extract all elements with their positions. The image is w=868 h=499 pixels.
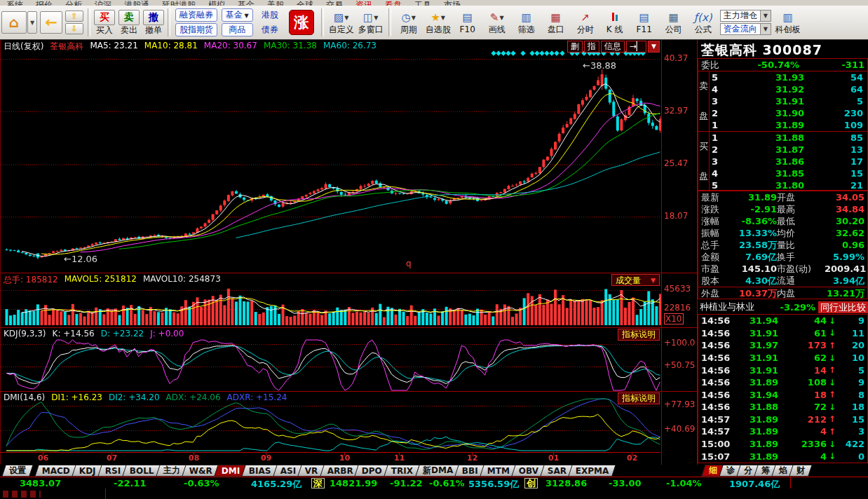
stat-label: 量比 [777,239,825,251]
f11-button[interactable]: ▤F11 [630,11,658,34]
info-button[interactable]: 信息 [601,41,625,53]
volume-indicator-selector[interactable]: 成交量▼ [611,274,660,286]
tick-count: 0 [838,451,864,462]
tick-row: 14:5631.9161↓11 [698,327,867,340]
zhang-app-logo[interactable]: 涨 [289,10,314,35]
price-tick: 25.47 [664,158,688,168]
tick-price: 31.94 [732,315,778,326]
weibi-diff: -311 [799,59,864,71]
money-flow-combo[interactable]: 资金流向▼ [720,23,771,35]
peer-compare-button[interactable]: 同行业比较 [818,301,868,313]
chevron-down-icon: ▼ [412,15,416,21]
back-arrow-icon: ← [45,14,57,31]
margin-trading-button[interactable]: 融资融券 [175,8,217,22]
tick-count: 10 [838,353,864,363]
draw-line-button[interactable]: ✎▼画线 [483,11,511,34]
cy-market-badge[interactable]: 创 [524,478,538,488]
buy-button[interactable]: 买 [94,10,115,25]
kline-canvas[interactable] [1,40,662,273]
tick-time: 15:00 [701,439,732,449]
fund-button[interactable]: 基金 ▼ [222,8,253,22]
bid-row: 331.8617 [710,156,867,168]
level-volume: 85 [804,132,863,144]
sell-button[interactable]: 卖 [118,10,140,25]
news-marker[interactable]: q [406,259,412,268]
sector-name[interactable]: 种植业与林业 [700,301,780,313]
up-arrow-icon: ⇧ [71,11,78,21]
formula-button[interactable]: ƒ(x)公式 [689,11,717,34]
delete-indicator-button[interactable]: 删 [567,41,583,53]
kdj-indicator-help-button[interactable]: 指标说明 [618,329,660,341]
home-dropdown[interactable]: ▼ [27,11,37,34]
toolbar-divider [168,8,170,36]
intraday-button[interactable]: ↗分时 [571,11,599,34]
home-icon: ⌂ [9,14,19,31]
screener-button[interactable]: ▥筛选 [513,11,541,34]
stat-label: 最高 [777,203,825,215]
stat-label: 市盈(动) [777,263,825,275]
sz-market-badge[interactable]: 深 [311,478,325,488]
cancel-order-button[interactable]: 撤 [143,10,164,25]
down-arrow-icon: ⇩ [71,24,78,34]
indicator-tab-macd[interactable]: MACD [34,465,78,477]
chart-dropdown-button[interactable]: ▼ [648,41,660,53]
bid-row: 231.8713 [710,144,867,156]
dmi-indicator-help-button[interactable]: 指标说明 [618,392,660,404]
indicator-tab-label: OBV [519,466,538,476]
tick-price: 31.91 [732,353,778,363]
stat-value: 3.94亿 [825,275,864,287]
indicator-tab-label: SAR [548,466,567,476]
f10-button[interactable]: ▤F10 [454,11,482,34]
panel-tab-label: 细 [709,465,717,477]
settings-tab[interactable]: 设置 [1,465,34,477]
sz-pct: -0.61% [429,478,465,488]
stat-label: 股本 [701,275,726,287]
tick-volume: 4 [778,426,827,437]
index-futures-button[interactable]: 股指期货 [175,23,217,36]
stat-value: 13.21万 [825,287,864,299]
volume-pane: 总手: 185812 MAVOL5: 251812 MAVOL10: 25487… [1,273,662,327]
level-volume: 15 [804,168,863,179]
panel-tab[interactable]: 财 [789,465,813,477]
jump-end-button[interactable]: →▏ [626,41,646,53]
period-button[interactable]: ◷▼周期 [395,11,423,34]
stat-value: 145.10 [726,263,777,275]
indicator-tab-新dma[interactable]: 新DMA [415,465,461,477]
indicator-tab-label: ARBR [327,466,353,476]
bond-button[interactable]: 债券 [257,23,283,36]
indicator-tab-label: DMI [222,466,240,476]
level-number: 2 [710,107,722,119]
page-up-button[interactable]: ⇧ [65,11,83,22]
hk-stock-button[interactable]: 港股 [257,8,283,22]
customize-button[interactable]: ▨▼自定义 [327,11,355,34]
level-volume: 13 [804,144,863,156]
month-label: 12 [467,453,477,463]
tick-count: 9 [838,377,864,388]
weibi-label: 委比 [701,59,726,71]
back-button[interactable]: ← [40,11,62,34]
ask-row: 331.915 [710,95,867,107]
level-number: 3 [710,156,722,168]
level-price: 31.91 [722,95,804,107]
arrow-down-icon: ↓ [827,378,838,388]
tick-time: 14:56 [701,328,732,339]
indicator-tab-expma[interactable]: EXPMA [568,465,616,477]
order-book-button[interactable]: ▦盘口 [542,11,570,34]
stat-label: 均价 [777,227,825,239]
stat-value: 30.20 [825,215,864,227]
tick-count: 3 [838,426,864,437]
indicator-button[interactable]: 指 [584,41,599,53]
company-button[interactable]: ▦公司 [660,11,688,34]
commodity-button[interactable]: 商品 [222,23,253,36]
kline-button[interactable]: K 线 [601,11,629,34]
quote-panel: 荃银高科 300087 委比 -50.74% -311 卖盘 531.93544… [698,40,868,465]
trend-line-icon: ↗ [581,11,590,24]
tick-time: 14:56 [701,377,732,388]
multi-window-button[interactable]: ◫▼多窗口 [357,11,385,34]
page-down-button[interactable]: ⇩ [65,23,83,34]
watchlist-button[interactable]: ★▼自选股 [424,11,452,34]
main-force-combo[interactable]: 主力增仓▼ [720,10,771,22]
star-market-button[interactable]: ▥科创板 [774,11,802,34]
home-button[interactable]: ⌂ [1,11,27,34]
stat-row: 涨跌-2.91最高34.84 [698,203,867,215]
